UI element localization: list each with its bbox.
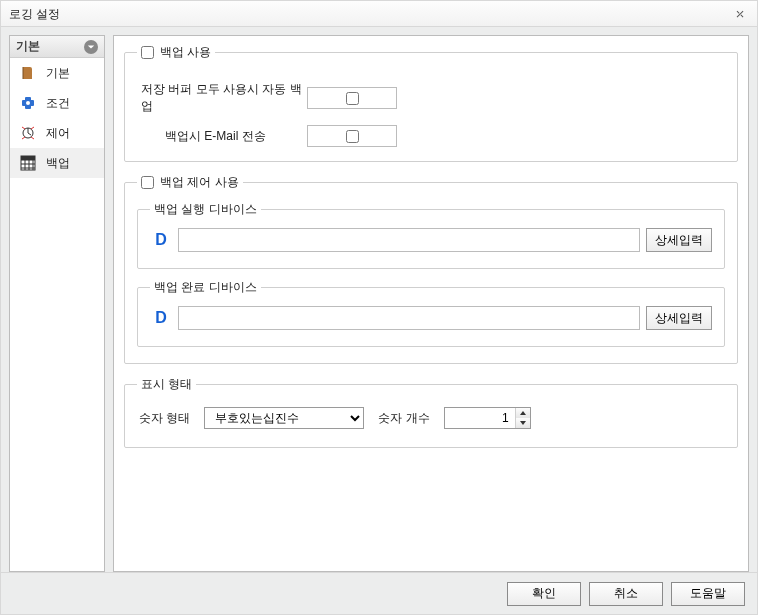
done-device-input[interactable] <box>178 306 640 330</box>
group-legend: 백업 사용 <box>160 44 211 61</box>
group-backup-control: 백업 제어 사용 백업 실행 디바이스 D 상세입력 백업 완료 디바이스 <box>124 174 738 364</box>
close-icon[interactable]: ⤫ <box>731 1 749 27</box>
svg-point-2 <box>26 101 30 105</box>
content-panel: 백업 사용 저장 버퍼 모두 사용시 자동 백업 백업시 E-Mail 전송 <box>113 35 749 572</box>
dialog-footer: 확인 취소 도움말 <box>1 572 757 614</box>
sidebar-header[interactable]: 기본 <box>10 36 104 58</box>
backup-control-checkbox[interactable] <box>141 176 154 189</box>
exec-device-input[interactable] <box>178 228 640 252</box>
exec-device-legend: 백업 실행 디바이스 <box>150 201 261 218</box>
chevron-down-icon <box>84 40 98 54</box>
num-count-input[interactable] <box>445 408 515 428</box>
spin-down-button[interactable] <box>516 418 530 428</box>
exec-device-detail-button[interactable]: 상세입력 <box>646 228 712 252</box>
sidebar-item-label: 기본 <box>46 65 70 82</box>
client-area: 기본 기본 조건 <box>1 27 757 614</box>
window-title: 로깅 설정 <box>9 1 60 27</box>
num-type-select[interactable]: 부호있는십진수 <box>204 407 364 429</box>
sidebar-item-label: 백업 <box>46 155 70 172</box>
email-backup-label: 백업시 E-Mail 전송 <box>137 128 307 145</box>
book-icon <box>20 65 36 81</box>
backup-use-checkbox[interactable] <box>141 46 154 59</box>
group-backup-exec-device: 백업 실행 디바이스 D 상세입력 <box>137 201 725 269</box>
sidebar-item-control[interactable]: 제어 <box>10 118 104 148</box>
cancel-button[interactable]: 취소 <box>589 582 663 606</box>
upper-area: 기본 기본 조건 <box>1 27 757 572</box>
spin-up-button[interactable] <box>516 408 530 418</box>
done-device-legend: 백업 완료 디바이스 <box>150 279 261 296</box>
help-button[interactable]: 도움말 <box>671 582 745 606</box>
grid-icon <box>20 155 36 171</box>
device-type-badge: D <box>150 231 172 249</box>
sidebar-item-label: 조건 <box>46 95 70 112</box>
auto-backup-checkbox[interactable] <box>346 92 359 105</box>
num-count-label: 숫자 개수 <box>378 410 429 427</box>
email-backup-checkbox-cell[interactable] <box>307 125 397 147</box>
group-backup-use: 백업 사용 저장 버퍼 모두 사용시 자동 백업 백업시 E-Mail 전송 <box>124 44 738 162</box>
sidebar-item-backup[interactable]: 백업 <box>10 148 104 178</box>
sidebar-item-basic[interactable]: 기본 <box>10 58 104 88</box>
svg-rect-5 <box>21 156 35 160</box>
control-icon <box>20 125 36 141</box>
device-type-badge: D <box>150 309 172 327</box>
auto-backup-checkbox-cell[interactable] <box>307 87 397 109</box>
num-type-label: 숫자 형태 <box>139 410 190 427</box>
group-legend: 표시 형태 <box>137 376 196 393</box>
num-count-spinner[interactable] <box>444 407 531 429</box>
sidebar: 기본 기본 조건 <box>9 35 105 572</box>
email-backup-checkbox[interactable] <box>346 130 359 143</box>
group-legend: 백업 제어 사용 <box>160 174 239 191</box>
sidebar-item-label: 제어 <box>46 125 70 142</box>
group-display-format: 표시 형태 숫자 형태 부호있는십진수 숫자 개수 <box>124 376 738 448</box>
done-device-detail-button[interactable]: 상세입력 <box>646 306 712 330</box>
auto-backup-label: 저장 버퍼 모두 사용시 자동 백업 <box>137 81 307 115</box>
sidebar-item-condition[interactable]: 조건 <box>10 88 104 118</box>
sidebar-header-label: 기본 <box>16 38 40 55</box>
titlebar: 로깅 설정 ⤫ <box>1 1 757 27</box>
gear-icon <box>20 95 36 111</box>
group-backup-done-device: 백업 완료 디바이스 D 상세입력 <box>137 279 725 347</box>
ok-button[interactable]: 확인 <box>507 582 581 606</box>
dialog-window: 로깅 설정 ⤫ 기본 기본 <box>0 0 758 615</box>
